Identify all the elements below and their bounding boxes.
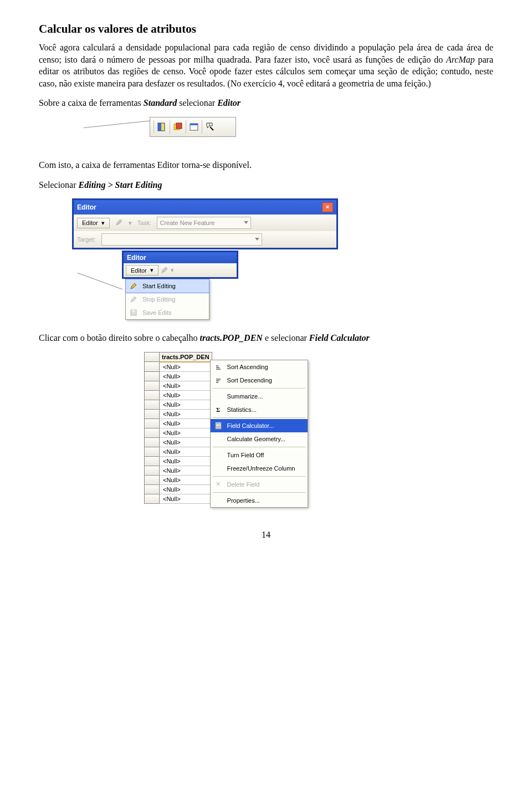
row-selector[interactable] bbox=[145, 418, 160, 428]
delete-icon: ✕ bbox=[214, 480, 223, 489]
menu-item-label: Calculate Geometry... bbox=[227, 436, 286, 442]
row-selector[interactable] bbox=[145, 400, 160, 409]
paragraph-field-calculator: Clicar com o botão direito sobre o cabeç… bbox=[39, 332, 493, 344]
attribute-table-screenshot: tracts.POP_DEN <Null> <Null> <Null> <Nul… bbox=[144, 352, 493, 508]
menu-item-sort-descending[interactable]: Sort Descending bbox=[211, 374, 308, 387]
editor-toolbar-window: Editor × Editor ▾ ▾ Task: Create New Fea… bbox=[72, 198, 338, 249]
paragraph-start-editing: Selecionar Editing > Start Editing bbox=[39, 179, 493, 191]
row-selector[interactable] bbox=[145, 362, 160, 372]
page-number: 14 bbox=[39, 530, 493, 540]
task-combo-value: Create New Feature bbox=[160, 219, 214, 226]
sort-desc-icon bbox=[214, 376, 223, 385]
p1-text-a: Você agora calculará a densidade populac… bbox=[39, 43, 493, 64]
menu-item-label: Statistics... bbox=[227, 406, 257, 413]
menu-item-label: Turn Field Off bbox=[227, 452, 264, 458]
blank-icon bbox=[214, 435, 223, 443]
row-selector[interactable] bbox=[145, 456, 160, 466]
svg-rect-0 bbox=[158, 123, 161, 131]
editor-toolbar-small-title: Editor bbox=[124, 252, 237, 263]
svg-rect-4 bbox=[176, 123, 182, 129]
menu-item-summarize[interactable]: Summarize... bbox=[211, 390, 308, 403]
attribute-table: tracts.POP_DEN <Null> <Null> <Null> <Nul… bbox=[144, 352, 212, 504]
menu-item-field-calculator[interactable]: Field Calculator... bbox=[211, 419, 308, 432]
menu-item-label: Freeze/Unfreeze Column bbox=[227, 465, 295, 472]
table-cell: <Null> bbox=[160, 456, 212, 466]
table-cell: <Null> bbox=[160, 475, 212, 484]
svg-rect-6 bbox=[190, 124, 198, 125]
editor-toolbar-title: Editor bbox=[77, 203, 96, 211]
row-selector[interactable] bbox=[145, 494, 160, 503]
p4-path: Editing > Start Editing bbox=[79, 180, 162, 190]
calculator-icon bbox=[214, 421, 223, 430]
table-cell: <Null> bbox=[160, 437, 212, 447]
table-cell: <Null> bbox=[160, 447, 212, 456]
menu-item-statistics[interactable]: Σ Statistics... bbox=[211, 403, 308, 416]
menu-item-label: Sort Ascending bbox=[227, 364, 268, 370]
menu-item-stop-editing: Stop Editing bbox=[126, 293, 209, 306]
svg-point-17 bbox=[219, 427, 220, 428]
editor-dropdown-menu: Start Editing Stop Editing Save Edits bbox=[125, 279, 209, 320]
svg-rect-11 bbox=[216, 423, 221, 425]
row-selector[interactable] bbox=[145, 371, 160, 381]
paragraph-intro: Você agora calculará a densidade populac… bbox=[39, 42, 493, 89]
editor-icon[interactable] bbox=[156, 121, 167, 132]
menu-item-freeze-column[interactable]: Freeze/Unfreeze Column bbox=[211, 462, 308, 475]
window-icon[interactable] bbox=[188, 121, 200, 132]
sigma-icon: Σ bbox=[214, 405, 223, 414]
table-cell: <Null> bbox=[160, 381, 212, 390]
editor-menu-button[interactable]: Editor ▾ bbox=[126, 265, 158, 275]
save-icon bbox=[129, 308, 138, 317]
table-cell: <Null> bbox=[160, 466, 212, 475]
svg-point-15 bbox=[216, 427, 217, 428]
callout-line bbox=[78, 273, 122, 289]
paragraph-editor-available: Com isto, a caixa de ferramentas Editor … bbox=[39, 159, 493, 171]
p2-a: Sobre a caixa de ferramentas bbox=[39, 98, 144, 108]
menu-item-label: Sort Descending bbox=[227, 377, 272, 384]
editor-toolbar-small: Editor Editor ▾ ▾ bbox=[122, 251, 238, 279]
menu-item-sort-ascending[interactable]: Sort Ascending bbox=[211, 360, 308, 374]
chevron-down-icon: ▾ bbox=[129, 219, 132, 227]
menu-item-start-editing[interactable]: Start Editing bbox=[125, 279, 209, 293]
p5-c: e selecionar bbox=[263, 333, 309, 343]
table-cell: <Null> bbox=[160, 390, 212, 400]
editor-menu-button-label: Editor bbox=[131, 267, 147, 274]
arccatalog-icon[interactable] bbox=[172, 121, 183, 132]
table-cell: <Null> bbox=[160, 362, 212, 372]
chevron-down-icon: ▾ bbox=[171, 267, 174, 274]
p2-editor: Editor bbox=[217, 98, 241, 108]
close-icon[interactable]: × bbox=[322, 202, 333, 212]
table-cell: <Null> bbox=[160, 484, 212, 494]
menu-item-label: Field Calculator... bbox=[227, 422, 274, 429]
p2-c: selecionar bbox=[177, 98, 217, 108]
table-cell: <Null> bbox=[160, 371, 212, 381]
menu-item-label: Delete Field bbox=[227, 481, 260, 488]
editor-menu-button[interactable]: Editor ▾ bbox=[77, 218, 110, 228]
help-icon[interactable]: ? bbox=[204, 121, 216, 132]
svg-text:?: ? bbox=[208, 122, 211, 127]
menu-item-calculate-geometry[interactable]: Calculate Geometry... bbox=[211, 432, 308, 446]
section-heading: Calcular os valores de atributos bbox=[39, 22, 493, 36]
menu-item-label: Start Editing bbox=[142, 283, 176, 289]
chevron-down-icon: ▾ bbox=[101, 219, 105, 227]
svg-point-16 bbox=[218, 427, 219, 428]
row-selector[interactable] bbox=[145, 466, 160, 475]
table-cell: <Null> bbox=[160, 418, 212, 428]
row-selector[interactable] bbox=[145, 475, 160, 484]
row-selector[interactable] bbox=[145, 484, 160, 494]
table-corner bbox=[145, 352, 160, 362]
menu-item-turn-field-off[interactable]: Turn Field Off bbox=[211, 448, 308, 462]
row-selector[interactable] bbox=[145, 409, 160, 418]
pencil-icon bbox=[161, 266, 168, 275]
target-combo[interactable] bbox=[101, 233, 262, 246]
editor-toolbar-titlebar: Editor × bbox=[74, 200, 336, 215]
row-selector[interactable] bbox=[145, 447, 160, 456]
paragraph-standard-editor: Sobre a caixa de ferramentas Standard se… bbox=[39, 97, 493, 109]
column-header-pop-den[interactable]: tracts.POP_DEN bbox=[160, 352, 212, 362]
row-selector[interactable] bbox=[145, 437, 160, 447]
row-selector[interactable] bbox=[145, 428, 160, 437]
menu-item-properties[interactable]: Properties... bbox=[211, 494, 308, 507]
task-combo[interactable]: Create New Feature bbox=[157, 217, 251, 229]
callout-line bbox=[84, 120, 150, 128]
row-selector[interactable] bbox=[145, 390, 160, 400]
row-selector[interactable] bbox=[145, 381, 160, 390]
